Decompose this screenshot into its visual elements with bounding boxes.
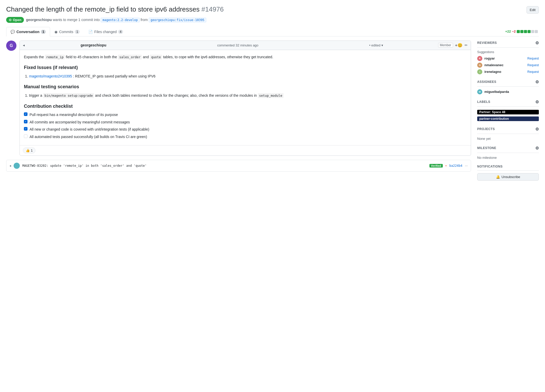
unsubscribe-button[interactable]: 🔔 Unsubscribe <box>477 173 539 181</box>
reviewer-avatar-2: N <box>477 63 482 68</box>
issue-item: magento/magento2#10395 : REMOTE_IP gets … <box>29 73 467 79</box>
remote-ip-code: remote_ip <box>45 55 65 60</box>
projects-gear-icon[interactable]: ⚙ <box>535 127 539 132</box>
reviewer-row-1: R rogyar Request <box>477 56 539 61</box>
diff-additions: +22 <box>505 30 511 33</box>
diff-bar-5 <box>531 30 534 33</box>
reviewer-name-3: irenelagno <box>484 70 525 74</box>
label-partner-space: Partner: Space 48 <box>477 110 539 114</box>
diff-bar-2 <box>520 30 523 33</box>
sales-order-code: sales_order <box>118 55 142 60</box>
assignee-avatar-1: M <box>477 89 482 94</box>
pr-title-text: Changed the length of the remote_ip fiel… <box>6 5 200 13</box>
thumbsup-reaction[interactable]: 👍 1 <box>23 148 35 153</box>
commit-sha[interactable]: ba224b4 <box>449 164 463 168</box>
comment-collapse-arrow[interactable]: ◂ <box>23 43 25 47</box>
checklist-item-2: ✓ All commits are accompanied by meaning… <box>24 119 467 125</box>
reviewer-avatar-1: R <box>477 56 482 61</box>
diff-stats: +22 −2 <box>505 30 539 33</box>
comment-body: Expands the remote_ip field to 45 charac… <box>20 50 471 145</box>
issue-link[interactable]: magento/magento2#10395 <box>29 74 72 78</box>
comment-actions: Member +😊 ✏ <box>438 43 468 48</box>
checklist-item-1: ✓ Pull request has a meaningful descript… <box>24 112 467 117</box>
notifications-section: Notifications 🔔 Unsubscribe <box>477 165 539 181</box>
assignee-name-1: miguelbalparda <box>484 90 509 94</box>
manual-step-item: trigger a bin/magento setup:upgrade and … <box>29 93 467 98</box>
tab-files-label: Files changed <box>94 30 117 34</box>
unsubscribe-label: Unsubscribe <box>502 175 520 179</box>
reviewer-name-2: nmalevanec <box>484 63 525 67</box>
assignees-gear-icon[interactable]: ⚙ <box>535 80 539 84</box>
contribution-checklist: ✓ Pull request has a meaningful descript… <box>24 112 467 140</box>
comment-header: ◂ georgeschiopu commented 32 minutes ago… <box>20 41 471 50</box>
checklist-item-4: All automated tests passed successfully … <box>24 134 467 140</box>
milestone-gear-icon[interactable]: ⚙ <box>535 146 539 151</box>
diff-bar-4 <box>528 30 531 33</box>
comment-time: commented 32 minutes ago <box>217 43 258 47</box>
milestone-value: No milestone <box>477 156 497 160</box>
right-panel: Reviewers ⚙ Suggestions R rogyar Request… <box>477 41 539 186</box>
manual-steps-list: trigger a bin/magento setup:upgrade and … <box>24 93 467 98</box>
request-link-3[interactable]: Request <box>527 70 539 74</box>
body-paragraph: Expands the remote_ip field to 45 charac… <box>24 54 467 60</box>
tab-conversation[interactable]: 💬 Conversation 1 <box>6 27 50 36</box>
quote-code: quote <box>150 55 162 60</box>
left-panel: G ◂ georgeschiopu commented 32 minutes a… <box>6 41 471 186</box>
add-reaction-button[interactable]: +😊 <box>455 43 463 48</box>
commit-collapse-icon: ◂ <box>10 164 11 168</box>
pr-meta: ⊙ Open georgeschiopu wants to merge 1 co… <box>6 17 539 23</box>
checkbox-2[interactable]: ✓ <box>24 120 27 123</box>
diff-bar-3 <box>524 30 527 33</box>
edit-button[interactable]: Edit <box>527 6 539 14</box>
conversation-icon: 💬 <box>11 30 15 34</box>
reviewers-section: Reviewers ⚙ Suggestions R rogyar Request… <box>477 41 539 74</box>
target-branch: magento:2.2-develop <box>101 18 139 22</box>
tab-files-changed[interactable]: 📄 Files changed 4 <box>84 27 127 36</box>
milestone-section: Milestone ⚙ No milestone <box>477 146 539 160</box>
labels-gear-icon[interactable]: ⚙ <box>535 100 539 104</box>
checkbox-4[interactable] <box>24 134 27 138</box>
pr-author: georgeschiopu <box>26 18 52 22</box>
edited-chevron-icon[interactable]: ▾ <box>381 43 383 47</box>
edit-comment-icon[interactable]: ✏ <box>465 43 468 47</box>
main-content: G ◂ georgeschiopu commented 32 minutes a… <box>6 41 539 186</box>
diff-deletions: −2 <box>512 30 516 33</box>
reviewers-heading: Reviewers ⚙ <box>477 41 539 48</box>
tab-conversation-label: Conversation <box>16 30 39 34</box>
commit-avatar <box>14 163 20 169</box>
commit-message[interactable]: MAGETWO-83202: update 'remote_ip' in bot… <box>22 164 427 168</box>
fixed-issues-list: magento/magento2#10395 : REMOTE_IP gets … <box>24 73 467 79</box>
reviewer-name-1: rogyar <box>484 56 525 60</box>
reviewer-avatar-3: I <box>477 69 482 74</box>
section-checklist: Contribution checklist <box>24 103 467 110</box>
commenter-avatar-col: G <box>6 41 16 156</box>
diff-bar-6 <box>535 30 538 33</box>
status-badge: ⊙ Open <box>6 17 24 23</box>
reviewer-row-3: I irenelagno Request <box>477 69 539 74</box>
checkbox-3[interactable]: ✓ <box>24 127 27 131</box>
tab-commits[interactable]: ◉ Commits 1 <box>50 27 84 36</box>
request-link-2[interactable]: Request <box>527 63 539 67</box>
label-2: partner-contribution <box>477 116 539 122</box>
projects-heading: Projects ⚙ <box>477 127 539 134</box>
merge-icon: ⊙ <box>9 18 12 22</box>
checkbox-1[interactable]: ✓ <box>24 112 27 116</box>
tabs: 💬 Conversation 1 ◉ Commits 1 📄 Files cha… <box>6 27 127 36</box>
thumbsup-emoji: 👍 <box>26 149 30 152</box>
setup-module-code: setup_module <box>258 93 284 98</box>
bell-icon: 🔔 <box>496 175 500 179</box>
section-fixed-issues: Fixed Issues (if relevant) <box>24 64 467 71</box>
assignees-section: Assignees ⚙ M miguelbalparda <box>477 80 539 94</box>
projects-value: None yet <box>477 137 491 141</box>
checklist-item-3: ✓ All new or changed code is covered wit… <box>24 126 467 132</box>
request-link-1[interactable]: Request <box>527 57 539 60</box>
label-1: Partner: Space 48 <box>477 109 539 115</box>
reviewers-gear-icon[interactable]: ⚙ <box>535 41 539 45</box>
commit-more-button[interactable]: ··· <box>465 164 468 168</box>
reaction-count: 1 <box>31 149 33 152</box>
reviewers-sub: Suggestions <box>477 50 539 54</box>
status-text: Open <box>13 18 21 22</box>
files-count: 4 <box>118 30 123 34</box>
reaction-bar: 👍 1 <box>20 145 471 155</box>
assignee-row-1: M miguelbalparda <box>477 89 539 94</box>
